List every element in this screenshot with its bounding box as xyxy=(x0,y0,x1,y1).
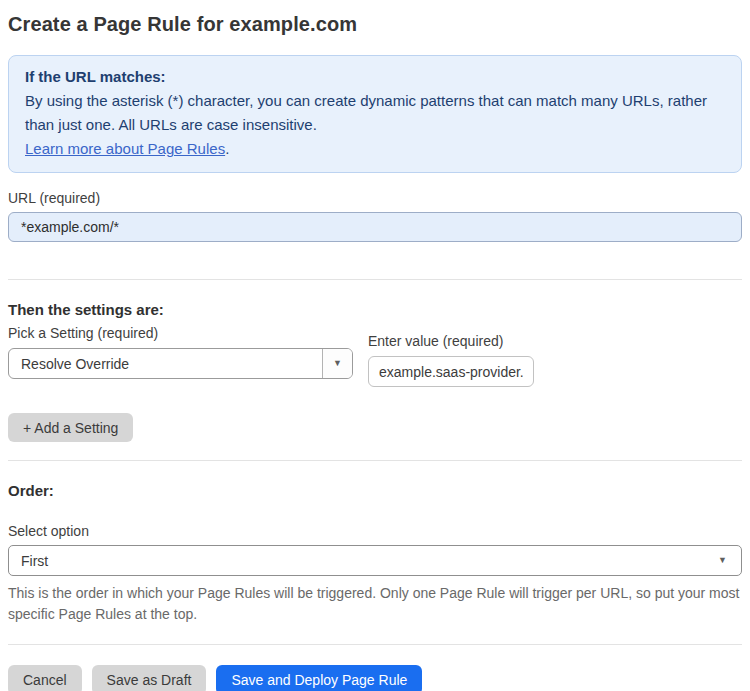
divider xyxy=(8,460,742,461)
order-help-text: This is the order in which your Page Rul… xyxy=(8,583,742,625)
divider xyxy=(8,644,742,645)
pick-setting-column: Pick a Setting (required) Resolve Overri… xyxy=(8,325,353,379)
enter-value-label: Enter value (required) xyxy=(368,333,534,349)
setting-select-value: Resolve Override xyxy=(9,349,322,378)
pick-setting-label: Pick a Setting (required) xyxy=(8,325,353,341)
info-box-heading: If the URL matches: xyxy=(25,65,725,89)
select-option-label: Select option xyxy=(8,523,742,539)
order-heading: Order: xyxy=(8,482,742,499)
settings-heading: Then the settings are: xyxy=(8,301,742,318)
order-select-value: First xyxy=(21,553,48,569)
url-label: URL (required) xyxy=(8,190,742,206)
chevron-down-icon: ▼ xyxy=(333,359,342,368)
url-input[interactable] xyxy=(8,212,742,242)
info-box-link-line: Learn more about Page Rules. xyxy=(25,137,725,161)
enter-value-column: Enter value (required) xyxy=(368,333,534,387)
setting-select[interactable]: Resolve Override ▼ xyxy=(8,348,353,379)
settings-row: Pick a Setting (required) Resolve Overri… xyxy=(8,325,742,387)
save-deploy-button[interactable]: Save and Deploy Page Rule xyxy=(216,665,422,691)
url-match-info-box: If the URL matches: By using the asteris… xyxy=(8,55,742,173)
setting-value-input[interactable] xyxy=(368,356,534,387)
save-draft-button[interactable]: Save as Draft xyxy=(92,665,207,691)
footer-button-row: Cancel Save as Draft Save and Deploy Pag… xyxy=(8,665,742,691)
info-box-body: By using the asterisk (*) character, you… xyxy=(25,89,725,137)
link-suffix: . xyxy=(225,140,229,157)
setting-select-caret-button[interactable]: ▼ xyxy=(322,349,352,378)
order-select[interactable]: First ▼ xyxy=(8,545,742,576)
cancel-button[interactable]: Cancel xyxy=(8,665,82,691)
learn-more-link[interactable]: Learn more about Page Rules xyxy=(25,140,225,157)
divider xyxy=(8,279,742,280)
chevron-down-icon: ▼ xyxy=(718,556,727,565)
page-title: Create a Page Rule for example.com xyxy=(8,13,742,36)
add-setting-button[interactable]: + Add a Setting xyxy=(8,413,133,442)
